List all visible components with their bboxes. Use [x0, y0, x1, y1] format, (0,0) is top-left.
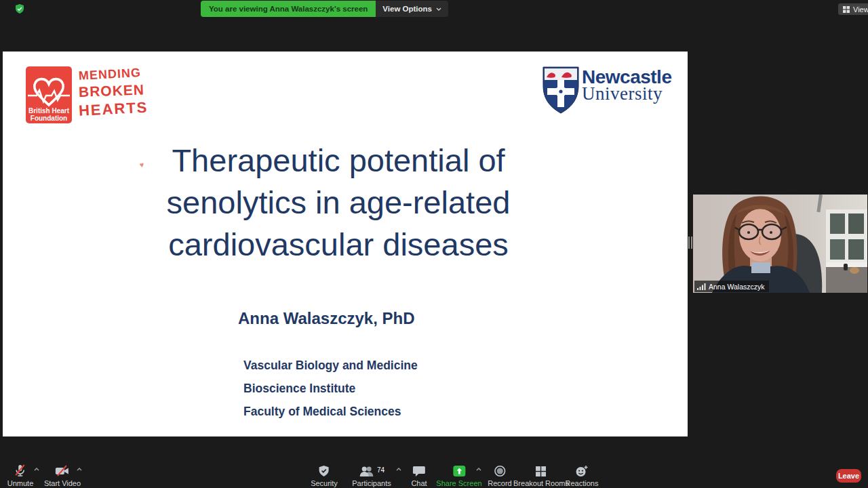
viewing-banner: You are viewing Anna Walaszczyk's screen [201, 1, 376, 17]
leave-label: Leave [838, 472, 859, 480]
bhf-org-line1: British Heart [28, 107, 70, 115]
security-shield-icon [319, 465, 330, 477]
chevron-down-icon [436, 7, 441, 11]
bhf-logo: British Heart Foundation [26, 66, 72, 126]
newcastle-logo: Newcastle University [542, 66, 671, 114]
reactions-smiley-icon [575, 465, 589, 477]
breakout-rooms-label: Breakout Rooms [513, 479, 569, 487]
title-line3: cardiovascular diseases [3, 224, 674, 266]
title-line1: Therapeutic potential of [3, 140, 674, 182]
encryption-shield-icon [14, 3, 25, 14]
security-button[interactable]: Security [311, 465, 338, 487]
view-button[interactable]: View [838, 3, 868, 15]
participants-count: 74 [377, 466, 384, 474]
title-line2: senolytics in age-related [3, 182, 674, 224]
reactions-label: Reactions [566, 479, 599, 487]
reactions-button[interactable]: Reactions [566, 465, 599, 487]
start-video-label: Start Video [44, 479, 81, 487]
view-options-button[interactable]: View Options [376, 1, 448, 17]
muted-microphone-icon [14, 464, 27, 477]
participants-icon [359, 466, 375, 477]
record-button[interactable]: Record [488, 465, 511, 487]
participants-button[interactable]: 74 Participants [352, 465, 391, 487]
affiliation-line: Vascular Biology and Medicine [243, 359, 418, 373]
bhf-org-line2: Foundation [31, 115, 67, 122]
participant-name: Anna Walaszczyk [709, 283, 764, 291]
webcam-video-feed [693, 195, 867, 293]
view-button-label: View [853, 5, 868, 14]
tagline-line3: HEARTS [78, 99, 153, 119]
participant-video-thumbnail[interactable]: Anna Walaszczyk [693, 195, 867, 293]
bhf-tagline: MENDING BROKEN HEARTS ♥ [79, 68, 153, 117]
share-options-chevron[interactable] [476, 468, 481, 471]
participants-options-chevron[interactable] [396, 468, 401, 471]
chat-bubble-icon [413, 465, 426, 477]
tagline-line1: MENDING [79, 66, 154, 83]
newcastle-wordmark: Newcastle University [582, 68, 671, 114]
meeting-toolbar: Unmute Start Video Security [0, 462, 868, 488]
share-screen-icon [452, 465, 466, 477]
video-panel-drag-handle[interactable] [688, 237, 692, 249]
start-video-button[interactable]: Start Video [44, 465, 81, 487]
participants-label: Participants [352, 479, 391, 487]
unmute-label: Unmute [7, 479, 34, 487]
bhf-heart-icon: British Heart Foundation [26, 66, 72, 123]
newcastle-word2: University [582, 85, 671, 102]
shared-presentation-slide: British Heart Foundation MENDING BROKEN … [3, 52, 688, 436]
newcastle-crest-icon [542, 66, 579, 114]
signal-strength-icon [697, 283, 706, 290]
share-screen-label: Share Screen [436, 479, 481, 487]
record-icon [494, 465, 506, 477]
tagline-line2: BROKEN [79, 82, 154, 100]
unmute-button[interactable]: Unmute [7, 465, 34, 487]
grid-view-icon [843, 6, 850, 13]
video-options-chevron[interactable] [77, 468, 82, 471]
screen-share-banner-group: You are viewing Anna Walaszczyk's screen… [201, 1, 448, 17]
video-off-camera-icon [54, 465, 71, 477]
slide-author: Anna Walaszczyk, PhD [238, 309, 415, 328]
affiliation-line: Bioscience Institute [243, 382, 355, 396]
security-label: Security [311, 479, 338, 487]
record-label: Record [488, 479, 511, 487]
share-screen-button[interactable]: Share Screen [436, 465, 481, 487]
participant-name-tag: Anna Walaszczyk [694, 281, 769, 292]
meeting-top-bar: You are viewing Anna Walaszczyk's screen… [0, 0, 868, 18]
affiliation-line: Faculty of Medical Sciences [243, 405, 401, 419]
breakout-rooms-button[interactable]: Breakout Rooms [513, 465, 569, 487]
unmute-options-chevron[interactable] [34, 468, 39, 471]
chat-label: Chat [411, 479, 427, 487]
chat-button[interactable]: Chat [411, 465, 427, 487]
breakout-rooms-icon [536, 466, 547, 477]
slide-title: Therapeutic potential of senolytics in a… [3, 140, 674, 266]
leave-button[interactable]: Leave [836, 469, 861, 483]
view-options-label: View Options [382, 5, 432, 13]
